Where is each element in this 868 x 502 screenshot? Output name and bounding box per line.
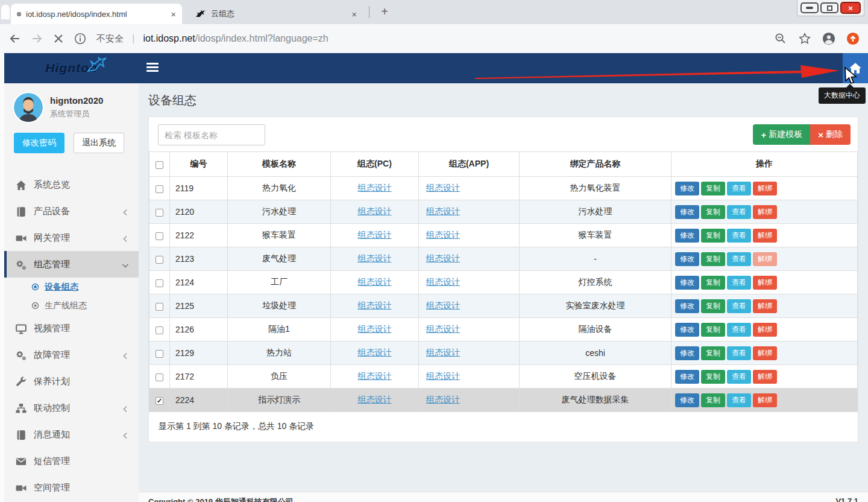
- close-window-button[interactable]: ×: [840, 2, 861, 14]
- edit-button[interactable]: 修改: [675, 276, 699, 290]
- edit-button[interactable]: 修改: [675, 370, 699, 384]
- edit-button[interactable]: 修改: [675, 299, 699, 313]
- stop-icon[interactable]: [52, 32, 65, 45]
- view-button[interactable]: 查看: [727, 229, 751, 243]
- app-config-link[interactable]: 组态设计: [426, 253, 460, 263]
- edit-button[interactable]: 修改: [675, 323, 699, 337]
- sidebar-item-故障管理[interactable]: 故障管理: [4, 342, 139, 368]
- row-checkbox[interactable]: [156, 350, 163, 358]
- minimize-button[interactable]: [800, 2, 819, 13]
- copy-button[interactable]: 复制: [701, 370, 725, 384]
- edit-button[interactable]: 修改: [675, 182, 699, 195]
- copy-button[interactable]: 复制: [701, 299, 725, 313]
- view-button[interactable]: 查看: [727, 299, 751, 313]
- pc-config-link[interactable]: 组态设计: [358, 324, 392, 334]
- edit-button[interactable]: 修改: [675, 205, 699, 219]
- view-button[interactable]: 查看: [727, 370, 751, 384]
- sidebar-item-网关管理[interactable]: 网关管理: [4, 224, 139, 251]
- tab-close-icon[interactable]: ×: [351, 10, 357, 19]
- unbind-button[interactable]: 解绑: [753, 229, 777, 243]
- pc-config-link[interactable]: 组态设计: [358, 348, 392, 357]
- change-password-button[interactable]: 修改密码: [14, 133, 64, 153]
- sidebar-item-组态管理[interactable]: 组态管理: [4, 251, 139, 278]
- copy-button[interactable]: 复制: [701, 229, 725, 243]
- big-data-center-button[interactable]: [843, 53, 868, 83]
- copy-button[interactable]: 复制: [701, 323, 725, 337]
- sidebar-item-保养计划[interactable]: 保养计划: [4, 368, 139, 395]
- unbind-button[interactable]: 解绑: [753, 182, 777, 195]
- url-text[interactable]: iot.idosp.net/idosp/index.html?language=…: [143, 33, 766, 44]
- copy-button[interactable]: 复制: [701, 205, 725, 219]
- pc-config-link[interactable]: 组态设计: [358, 183, 392, 192]
- pc-config-link[interactable]: 组态设计: [358, 371, 392, 381]
- unbind-button[interactable]: 解绑: [753, 370, 777, 384]
- row-checkbox[interactable]: ✓: [156, 397, 163, 405]
- edit-button[interactable]: 修改: [675, 252, 699, 266]
- unbind-button[interactable]: 解绑: [753, 252, 777, 266]
- unbind-button[interactable]: 解绑: [753, 323, 777, 337]
- select-all-header[interactable]: [149, 152, 170, 177]
- tab-cloud-scada[interactable]: 云组态 ×: [189, 4, 363, 24]
- logout-button[interactable]: 退出系统: [74, 133, 124, 153]
- edit-button[interactable]: 修改: [675, 346, 699, 360]
- row-checkbox[interactable]: [156, 326, 163, 334]
- delete-button[interactable]: ×删除: [810, 124, 851, 145]
- search-input[interactable]: [158, 124, 265, 145]
- copy-button[interactable]: 复制: [701, 252, 725, 266]
- app-config-link[interactable]: 组态设计: [426, 348, 460, 357]
- restore-button[interactable]: [820, 2, 838, 13]
- unbind-button[interactable]: 解绑: [753, 276, 777, 290]
- sidebar-item-短信管理[interactable]: 短信管理: [4, 448, 139, 474]
- tab-close-icon[interactable]: ×: [171, 10, 176, 19]
- sidebar-item-空间管理[interactable]: 空间管理: [4, 474, 139, 501]
- copy-button[interactable]: 复制: [701, 346, 725, 360]
- select-all-checkbox[interactable]: [156, 161, 163, 169]
- pc-config-link[interactable]: 组态设计: [358, 206, 392, 216]
- security-label[interactable]: 不安全: [96, 33, 124, 45]
- browser-update-icon[interactable]: [846, 32, 860, 45]
- profile-avatar-icon[interactable]: [822, 32, 835, 45]
- row-checkbox[interactable]: [156, 303, 163, 311]
- zoom-out-icon[interactable]: [774, 32, 787, 45]
- new-template-button[interactable]: +新建模板: [753, 124, 810, 145]
- app-config-link[interactable]: 组态设计: [426, 277, 460, 287]
- edit-button[interactable]: 修改: [675, 393, 699, 407]
- view-button[interactable]: 查看: [727, 205, 751, 219]
- view-button[interactable]: 查看: [727, 252, 751, 266]
- sidebar-item-联动控制[interactable]: 联动控制: [4, 395, 139, 421]
- info-icon[interactable]: [74, 32, 87, 45]
- app-config-link[interactable]: 组态设计: [426, 230, 460, 240]
- unbind-button[interactable]: 解绑: [753, 299, 777, 313]
- pc-config-link[interactable]: 组态设计: [358, 230, 392, 240]
- view-button[interactable]: 查看: [727, 346, 751, 360]
- app-config-link[interactable]: 组态设计: [426, 300, 460, 310]
- pc-config-link[interactable]: 组态设计: [358, 300, 392, 310]
- sidebar-item-视频管理[interactable]: 视频管理: [4, 315, 139, 342]
- unbind-button[interactable]: 解绑: [753, 346, 777, 360]
- edit-button[interactable]: 修改: [675, 229, 699, 243]
- view-button[interactable]: 查看: [727, 393, 751, 407]
- sidebar-item-系统总览[interactable]: 系统总览: [4, 171, 139, 198]
- sidebar-item-消息通知[interactable]: 消息通知: [4, 421, 139, 448]
- copy-button[interactable]: 复制: [701, 276, 725, 290]
- row-checkbox[interactable]: [156, 279, 163, 287]
- app-config-link[interactable]: 组态设计: [426, 371, 460, 381]
- sidebar-item-产品设备[interactable]: 产品设备: [4, 198, 139, 224]
- unbind-button[interactable]: 解绑: [753, 205, 777, 219]
- view-button[interactable]: 查看: [727, 323, 751, 337]
- row-checkbox[interactable]: [156, 373, 163, 381]
- app-config-link[interactable]: 组态设计: [426, 395, 460, 404]
- pc-config-link[interactable]: 组态设计: [358, 395, 392, 404]
- app-config-link[interactable]: 组态设计: [426, 324, 460, 334]
- forward-icon[interactable]: [30, 32, 43, 45]
- tab-active[interactable]: iot.idosp.net/idosp/index.html ×: [11, 4, 182, 24]
- row-checkbox[interactable]: [156, 209, 163, 217]
- app-config-link[interactable]: 组态设计: [426, 183, 460, 192]
- row-checkbox[interactable]: [156, 185, 163, 193]
- row-checkbox[interactable]: [156, 256, 163, 264]
- copy-button[interactable]: 复制: [701, 393, 725, 407]
- row-checkbox[interactable]: [156, 232, 163, 240]
- view-button[interactable]: 查看: [727, 182, 751, 195]
- copy-button[interactable]: 复制: [701, 182, 725, 195]
- pc-config-link[interactable]: 组态设计: [358, 277, 392, 287]
